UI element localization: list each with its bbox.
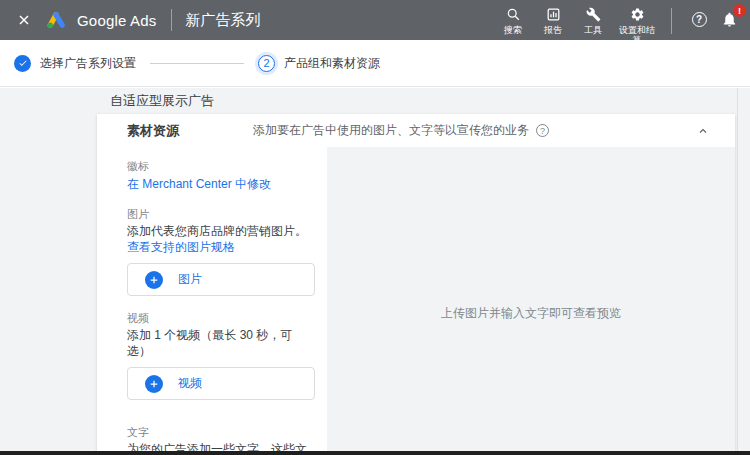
reports-nav-label: 报告: [544, 25, 562, 35]
image-description-text: 添加代表您商店品牌的营销图片。: [127, 224, 307, 238]
step-1-label: 选择广告系列设置: [40, 55, 136, 72]
notifications-button[interactable]: !: [716, 6, 742, 32]
page-title: 新广告系列: [186, 11, 261, 30]
settings-billing-nav-button[interactable]: 设置和结算: [618, 6, 656, 45]
text-section-label: 文字: [127, 426, 315, 439]
help-icon: ?: [692, 12, 707, 27]
search-icon: [506, 6, 521, 23]
step-campaign-settings[interactable]: 选择广告系列设置: [14, 55, 136, 72]
notification-badge: !: [733, 4, 746, 17]
assets-card-description-text: 添加要在广告中使用的图片、文字等以宣传您的业务: [253, 122, 529, 139]
assets-card: 素材资源 添加要在广告中使用的图片、文字等以宣传您的业务 ? 徽标 在 Merc…: [97, 114, 735, 455]
topbar: Google Ads 新广告系列 搜索 报告 工具: [0, 0, 750, 40]
topbar-divider: [171, 9, 172, 31]
vertical-scrollbar[interactable]: [737, 88, 750, 455]
logo-section-label: 徽标: [127, 160, 315, 173]
ad-type-heading: 自适应型展示广告: [110, 92, 214, 110]
topbar-left: Google Ads 新广告系列: [12, 0, 261, 40]
chevron-up-icon: [697, 125, 709, 137]
main-content: 自适应型展示广告 素材资源 添加要在广告中使用的图片、文字等以宣传您的业务 ? …: [0, 88, 750, 455]
add-video-button[interactable]: 视频: [127, 367, 315, 400]
google-ads-app: Google Ads 新广告系列 搜索 报告 工具: [0, 0, 750, 455]
assets-card-description: 添加要在广告中使用的图片、文字等以宣传您的业务 ?: [253, 122, 549, 139]
campaign-stepper: 选择广告系列设置 2 产品组和素材资源: [0, 40, 750, 87]
add-video-button-label: 视频: [178, 375, 202, 392]
close-icon: [16, 12, 32, 28]
preview-placeholder-text: 上传图片并输入文字即可查看预览: [441, 305, 621, 322]
check-icon: [18, 58, 28, 68]
search-nav-button[interactable]: 搜索: [498, 6, 528, 35]
video-section-description: 添加 1 个视频（最长 30 秒，可选）: [127, 327, 315, 359]
help-circle-icon[interactable]: ?: [536, 124, 549, 137]
assets-card-title: 素材资源: [127, 122, 253, 140]
google-ads-logo-icon: [46, 11, 67, 30]
brand-name: Google Ads: [77, 12, 157, 29]
step-2-label: 产品组和素材资源: [284, 55, 380, 72]
image-section-description: 添加代表您商店品牌的营销图片。 查看支持的图片规格: [127, 223, 315, 255]
assets-card-body: 徽标 在 Merchant Center 中修改 图片 添加代表您商店品牌的营销…: [97, 147, 735, 455]
plus-icon: [145, 271, 163, 289]
step-done-circle: [14, 55, 31, 72]
add-image-button[interactable]: 图片: [127, 263, 315, 296]
ad-preview-area: 上传图片并输入文字即可查看预览: [327, 147, 735, 455]
video-section-label: 视频: [127, 312, 315, 325]
topbar-actions-divider: [671, 8, 672, 34]
tools-nav-button[interactable]: 工具: [578, 6, 608, 35]
wrench-icon: [586, 6, 601, 23]
tools-nav-label: 工具: [584, 25, 602, 35]
topbar-actions: 搜索 报告 工具 设置和结算 ?: [493, 0, 744, 40]
screen-bottom-edge: [0, 451, 750, 455]
add-image-button-label: 图片: [178, 271, 202, 288]
assets-card-header: 素材资源 添加要在广告中使用的图片、文字等以宣传您的业务 ?: [97, 114, 735, 147]
merchant-center-edit-link[interactable]: 在 Merchant Center 中修改: [127, 176, 271, 193]
step-connector-line: [150, 63, 244, 64]
image-section-label: 图片: [127, 208, 315, 221]
settings-billing-nav-label: 设置和结算: [618, 25, 656, 45]
plus-icon: [145, 375, 163, 393]
close-button[interactable]: [12, 8, 36, 32]
assets-column: 徽标 在 Merchant Center 中修改 图片 添加代表您商店品牌的营销…: [97, 147, 327, 455]
reports-nav-button[interactable]: 报告: [538, 6, 568, 35]
report-icon: [546, 6, 561, 23]
step-product-groups-assets[interactable]: 2 产品组和素材资源: [258, 55, 380, 72]
image-specs-link[interactable]: 查看支持的图片规格: [127, 240, 235, 254]
collapse-card-button[interactable]: [697, 125, 709, 137]
step-active-circle: 2: [258, 55, 275, 72]
gear-icon: [630, 6, 645, 23]
search-nav-label: 搜索: [504, 25, 522, 35]
help-button[interactable]: ?: [686, 6, 712, 32]
